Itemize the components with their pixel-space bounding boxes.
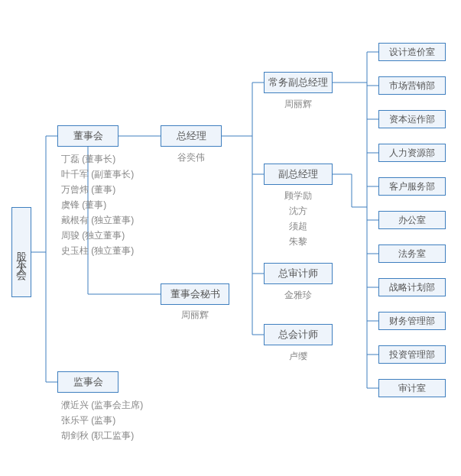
dept-node: 市场营销部 [378, 76, 446, 95]
supervisory-member: 胡剑秋 (职工监事) [61, 428, 143, 443]
node-general-manager-label: 总经理 [177, 130, 206, 141]
dept-node: 办公室 [378, 211, 446, 229]
deputy-gm-person: 朱黎 [264, 234, 333, 249]
node-board-of-directors-label: 董事会 [73, 130, 103, 141]
dept-node: 战略计划部 [378, 278, 446, 296]
dept-label: 财务管理部 [389, 316, 435, 326]
node-board-of-directors: 董事会 [57, 125, 118, 147]
dept-node: 投资管理部 [378, 345, 446, 364]
supervisory-member: 张乐平 (监事) [61, 413, 143, 428]
board-member: 史玉柱 (独立董事) [61, 243, 134, 258]
dept-label: 办公室 [398, 215, 426, 225]
supervisory-member: 濮近兴 (监事会主席) [61, 397, 143, 413]
node-general-manager: 总经理 [161, 125, 222, 147]
general-manager-person: 谷奕伟 [161, 150, 222, 165]
dept-label: 设计造价室 [389, 47, 435, 57]
board-member: 万曾炜 (董事) [61, 182, 134, 197]
deputy-gm-person: 顾学励 [264, 188, 333, 203]
node-board-secretary: 董事会秘书 [161, 283, 229, 305]
board-member: 戴根有 (独立董事) [61, 212, 134, 228]
dept-node: 人力资源部 [378, 144, 446, 162]
node-chief-accountant-label: 总会计师 [278, 329, 318, 340]
dept-node: 资本运作部 [378, 110, 446, 128]
node-exec-deputy-gm: 常务副总经理 [264, 72, 333, 93]
node-exec-deputy-gm-label: 常务副总经理 [268, 76, 328, 88]
dept-node: 设计造价室 [378, 43, 446, 61]
exec-deputy-gm-person: 周丽辉 [264, 96, 333, 112]
dept-node: 法务室 [378, 244, 446, 263]
deputy-gm-people: 顾学励 沈方 须超 朱黎 [264, 188, 333, 249]
node-chief-accountant: 总会计师 [264, 324, 333, 345]
dept-label: 客户服务部 [389, 181, 435, 192]
chief-auditor-person: 金雅珍 [264, 287, 333, 303]
board-member: 叶千军 (副董事长) [61, 167, 134, 182]
node-shareholders-meeting: 股东大会 [11, 207, 31, 297]
node-supervisory-board: 监事会 [57, 371, 118, 393]
board-member: 虞锋 (董事) [61, 197, 134, 212]
dept-label: 人力资源部 [389, 147, 435, 158]
board-member: 周骏 (独立董事) [61, 228, 134, 243]
dept-label: 资本运作部 [389, 114, 435, 125]
node-shareholders-meeting-label: 股东大会 [15, 237, 28, 267]
board-secretary-person: 周丽辉 [161, 307, 229, 322]
dept-label: 审计室 [398, 383, 426, 393]
node-chief-auditor-label: 总审计师 [278, 267, 318, 279]
supervisory-members-list: 濮近兴 (监事会主席) 张乐平 (监事) 胡剑秋 (职工监事) [61, 397, 143, 443]
board-member: 丁磊 (董事长) [61, 151, 134, 167]
node-deputy-gm-label: 副总经理 [278, 168, 318, 180]
dept-node: 审计室 [378, 379, 446, 397]
dept-node: 客户服务部 [378, 177, 446, 196]
board-members-list: 丁磊 (董事长) 叶千军 (副董事长) 万曾炜 (董事) 虞锋 (董事) 戴根有… [61, 151, 134, 258]
dept-label: 市场营销部 [389, 80, 435, 91]
node-board-secretary-label: 董事会秘书 [170, 288, 220, 300]
chief-accountant-person: 卢缨 [264, 348, 333, 364]
dept-label: 投资管理部 [389, 349, 435, 360]
deputy-gm-person: 须超 [264, 219, 333, 234]
dept-label: 法务室 [398, 248, 426, 259]
deputy-gm-person: 沈方 [264, 203, 333, 219]
node-deputy-gm: 副总经理 [264, 164, 333, 185]
node-chief-auditor: 总审计师 [264, 263, 333, 284]
dept-label: 战略计划部 [389, 282, 435, 293]
node-supervisory-board-label: 监事会 [73, 376, 103, 387]
dept-node: 财务管理部 [378, 312, 446, 330]
